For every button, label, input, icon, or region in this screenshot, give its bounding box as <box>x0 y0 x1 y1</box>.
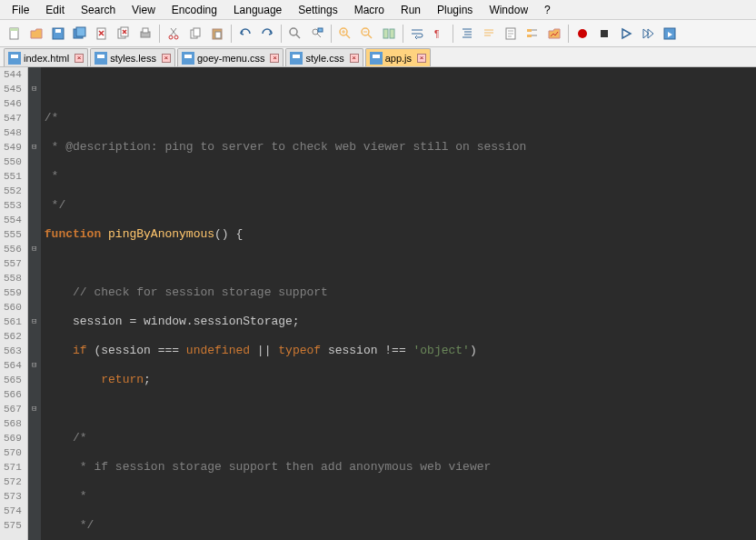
fold-marker[interactable] <box>28 300 41 315</box>
tab-close-icon[interactable]: × <box>417 54 426 63</box>
tab-styles-less[interactable]: styles.less× <box>90 48 175 66</box>
menu-run[interactable]: Run <box>393 2 429 18</box>
svg-rect-23 <box>390 29 394 38</box>
fold-marker[interactable]: ⊟ <box>28 358 41 373</box>
menu-file[interactable]: File <box>4 2 37 18</box>
tab-close-icon[interactable]: × <box>270 54 279 63</box>
folder-icon[interactable] <box>544 24 564 44</box>
tab-style-css[interactable]: style.css× <box>285 48 363 66</box>
cut-icon[interactable] <box>164 24 184 44</box>
line-number: 557 <box>4 256 22 271</box>
copy-icon[interactable] <box>185 24 205 44</box>
fold-marker[interactable] <box>28 67 41 82</box>
menu-macro[interactable]: Macro <box>346 2 393 18</box>
user-lang-icon[interactable] <box>479 24 499 44</box>
fold-marker[interactable] <box>28 271 41 285</box>
line-number: 574 <box>4 504 22 518</box>
fold-marker[interactable] <box>28 475 41 489</box>
fold-marker[interactable] <box>28 489 41 504</box>
code-line <box>45 256 756 271</box>
paste-icon[interactable] <box>207 24 227 44</box>
fold-marker[interactable] <box>28 460 41 475</box>
fold-marker[interactable] <box>28 518 41 533</box>
fold-marker[interactable] <box>28 198 41 213</box>
fold-marker[interactable] <box>28 445 41 460</box>
tab-close-icon[interactable]: × <box>162 54 171 63</box>
save-icon[interactable] <box>48 24 68 44</box>
find-icon[interactable] <box>285 24 305 44</box>
redo-icon[interactable] <box>257 24 277 44</box>
fold-marker[interactable] <box>28 329 41 344</box>
fold-marker[interactable] <box>28 387 41 402</box>
tab-goey-menu-css[interactable]: goey-menu.css× <box>177 48 284 66</box>
new-file-icon[interactable] <box>5 24 25 44</box>
zoom-in-icon[interactable] <box>335 24 355 44</box>
menu-encoding[interactable]: Encoding <box>164 2 225 18</box>
fold-marker[interactable] <box>28 184 41 198</box>
fold-column: ⊟⊟⊟⊟⊟⊟ <box>28 67 41 540</box>
undo-icon[interactable] <box>235 24 255 44</box>
menu-window[interactable]: Window <box>481 2 536 18</box>
fold-marker[interactable] <box>28 111 41 125</box>
menu-view[interactable]: View <box>124 2 164 18</box>
tab-close-icon[interactable]: × <box>350 54 359 63</box>
print-icon[interactable] <box>135 24 155 44</box>
save-macro-icon[interactable] <box>660 24 680 44</box>
fold-marker[interactable] <box>28 169 41 184</box>
fold-marker[interactable] <box>28 344 41 358</box>
tab-index-html[interactable]: index.html× <box>4 48 88 66</box>
fold-marker[interactable]: ⊟ <box>28 242 41 256</box>
fold-marker[interactable] <box>28 504 41 518</box>
menu-plugins[interactable]: Plugins <box>429 2 481 18</box>
line-number: 549 <box>4 140 22 155</box>
fold-marker[interactable] <box>28 213 41 227</box>
code-editor[interactable]: 5445455465475485495505515525535545555565… <box>0 67 756 540</box>
file-icon <box>290 52 303 65</box>
fold-marker[interactable]: ⊟ <box>28 315 41 329</box>
replace-icon[interactable] <box>307 24 327 44</box>
zoom-out-icon[interactable] <box>357 24 377 44</box>
fold-marker[interactable] <box>28 431 41 445</box>
code-line: // check for session storage support <box>45 285 756 300</box>
fold-marker[interactable] <box>28 373 41 387</box>
fold-marker[interactable] <box>28 96 41 111</box>
code-line: function pingByAnonymous() { <box>45 227 756 242</box>
file-icon <box>370 52 383 65</box>
line-number: 546 <box>4 96 22 111</box>
fold-marker[interactable]: ⊟ <box>28 82 41 96</box>
code-area[interactable]: /* * @description: ping to server to che… <box>41 67 756 540</box>
menu-edit[interactable]: Edit <box>37 2 73 18</box>
showall-icon[interactable]: ¶ <box>429 24 449 44</box>
indent-guide-icon[interactable] <box>457 24 477 44</box>
line-number: 550 <box>4 155 22 169</box>
fold-marker[interactable] <box>28 125 41 140</box>
func-list-icon[interactable] <box>522 24 542 44</box>
tab-close-icon[interactable]: × <box>75 54 84 63</box>
line-number: 547 <box>4 111 22 125</box>
fold-marker[interactable] <box>28 285 41 300</box>
fold-marker[interactable] <box>28 155 41 169</box>
line-number: 559 <box>4 285 22 300</box>
stop-macro-icon[interactable] <box>594 24 614 44</box>
fold-marker[interactable] <box>28 256 41 271</box>
tab-app-js[interactable]: app.js× <box>365 48 431 66</box>
save-all-icon[interactable] <box>70 24 90 44</box>
fold-marker[interactable] <box>28 416 41 431</box>
fold-marker[interactable]: ⊟ <box>28 140 41 155</box>
wordwrap-icon[interactable] <box>407 24 427 44</box>
sync-view-icon[interactable] <box>379 24 399 44</box>
line-gutter: 5445455465475485495505515525535545555565… <box>0 67 28 540</box>
menu-help[interactable]: ? <box>536 2 559 18</box>
fold-marker[interactable] <box>28 227 41 242</box>
menu-settings[interactable]: Settings <box>290 2 345 18</box>
play-multi-icon[interactable] <box>638 24 658 44</box>
close-icon[interactable] <box>92 24 112 44</box>
open-file-icon[interactable] <box>26 24 46 44</box>
doc-map-icon[interactable] <box>501 24 521 44</box>
menu-search[interactable]: Search <box>73 2 124 18</box>
menu-language[interactable]: Language <box>225 2 290 18</box>
fold-marker[interactable]: ⊟ <box>28 402 41 416</box>
play-macro-icon[interactable] <box>616 24 636 44</box>
record-macro-icon[interactable] <box>572 24 592 44</box>
close-all-icon[interactable] <box>114 24 134 44</box>
